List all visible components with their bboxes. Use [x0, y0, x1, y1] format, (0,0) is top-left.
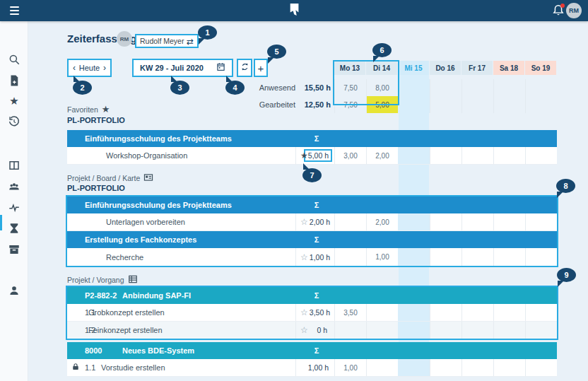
user-avatar[interactable]: RM: [566, 3, 582, 18]
day-cell[interactable]: 3,00: [334, 147, 366, 164]
day-cell[interactable]: [461, 147, 493, 164]
day-cell[interactable]: [493, 213, 525, 230]
task-label[interactable]: Workshop-Organisation: [67, 151, 187, 160]
add-task-button[interactable]: +: [254, 59, 268, 77]
task-label[interactable]: Unterlagen vorbereiten: [67, 218, 185, 226]
week-label: KW 29 - Juli 2020: [140, 64, 204, 72]
day-cell[interactable]: [430, 147, 461, 164]
refresh-button[interactable]: [237, 59, 252, 77]
day-cell[interactable]: [493, 147, 525, 164]
favorite-star-toggle-icon[interactable]: [300, 325, 308, 335]
day-cell[interactable]: [525, 322, 557, 339]
task-label[interactable]: Recherche: [67, 253, 143, 262]
day-cell[interactable]: 3,50: [334, 304, 366, 321]
day-cell[interactable]: [398, 147, 430, 164]
day-cell[interactable]: [525, 147, 557, 164]
breadcrumb[interactable]: Projekt / Vorgang: [67, 274, 138, 286]
day-cell[interactable]: [461, 213, 493, 230]
day-header-do[interactable]: Do 16: [430, 61, 461, 75]
sum-symbol: Σ: [299, 134, 334, 143]
board-group-highlighted: Einführungsschulung des Projektteams Σ U…: [66, 195, 558, 267]
day-cell[interactable]: [334, 248, 366, 266]
breadcrumb-text: Projekt / Board / Karte: [67, 174, 140, 182]
day-cell[interactable]: [398, 322, 430, 339]
next-week-button[interactable]: [103, 64, 106, 72]
group-title: Einführungsschulung des Projektteams: [67, 201, 299, 209]
gearbeitet-do: [430, 96, 461, 113]
day-header-sa[interactable]: Sa 18: [493, 61, 524, 75]
history-icon[interactable]: [8, 115, 20, 128]
team-icon[interactable]: [8, 180, 20, 193]
day-header-so[interactable]: So 19: [525, 61, 556, 75]
day-header-mo[interactable]: Mo 13: [334, 61, 365, 75]
day-cell[interactable]: [398, 304, 430, 321]
notifications-bell-icon[interactable]: [551, 3, 566, 18]
group-header-row[interactable]: 8000 Neues BDE-System Σ: [67, 342, 557, 359]
day-cell[interactable]: 1,00: [366, 248, 398, 266]
breadcrumb[interactable]: Projekt / Board / Karte: [67, 172, 153, 184]
day-cell[interactable]: [461, 322, 493, 339]
group-header-row[interactable]: Einführungsschulung des Projektteams Σ: [67, 130, 557, 147]
favorite-star-toggle-icon[interactable]: [300, 217, 308, 227]
group-header-row[interactable]: Erstellung des Fachkonzeptes Σ: [67, 231, 557, 248]
day-cell[interactable]: [461, 359, 493, 376]
switch-user-icon[interactable]: [187, 35, 194, 47]
user-switcher[interactable]: Rudolf Meyer: [135, 34, 199, 48]
favorite-star-toggle-icon[interactable]: [300, 252, 308, 262]
day-cell[interactable]: 1,00: [334, 359, 366, 376]
note-add-icon[interactable]: [8, 74, 20, 87]
activity-icon[interactable]: [8, 201, 20, 214]
day-cell[interactable]: [493, 359, 525, 376]
prev-week-button[interactable]: [73, 64, 76, 72]
day-cell[interactable]: [493, 304, 525, 321]
day-cell[interactable]: [398, 359, 430, 376]
summary-row-gearbeitet: Gearbeitet 12,50 h 7,50 5,00: [240, 96, 557, 113]
day-header-fr[interactable]: Fr 17: [461, 61, 493, 75]
day-cell[interactable]: [334, 213, 366, 230]
day-cell[interactable]: [525, 304, 557, 321]
board-icon[interactable]: [8, 159, 20, 172]
day-cell[interactable]: [430, 304, 461, 321]
day-cell[interactable]: [525, 213, 557, 230]
week-picker[interactable]: KW 29 - Juli 2020: [132, 59, 233, 77]
day-cell[interactable]: [334, 322, 366, 339]
day-cell[interactable]: [366, 359, 398, 376]
anwesend-do: [430, 79, 461, 96]
task-label[interactable]: Grobkonzept erstellen: [85, 308, 165, 317]
callout-9: 9: [557, 268, 576, 282]
day-cell[interactable]: [493, 322, 525, 339]
day-cell[interactable]: [430, 248, 461, 266]
day-header-mi-today[interactable]: Mi 15: [398, 61, 429, 75]
hamburger-menu-icon[interactable]: [10, 6, 19, 15]
day-cell[interactable]: [525, 359, 557, 376]
person-icon[interactable]: [8, 284, 20, 297]
day-cell[interactable]: [493, 248, 525, 266]
task-label[interactable]: Vorstudie erstellen: [98, 363, 165, 372]
day-cell[interactable]: [366, 304, 398, 321]
group-header-row[interactable]: Einführungsschulung des Projektteams Σ: [67, 197, 557, 213]
today-button[interactable]: Heute: [79, 64, 100, 72]
favorite-star-toggle-icon[interactable]: [300, 151, 308, 160]
day-cell[interactable]: [430, 359, 461, 376]
day-cell[interactable]: [525, 248, 557, 266]
day-cell[interactable]: 2,00: [366, 147, 398, 164]
calendar-icon[interactable]: [216, 61, 225, 74]
day-cell[interactable]: [398, 213, 430, 230]
favorites-star-icon[interactable]: ★: [8, 95, 20, 107]
day-cell[interactable]: 2,00: [366, 213, 398, 230]
favorite-star-toggle-icon[interactable]: [300, 307, 308, 317]
group-header-row[interactable]: P2-882-2 Anbindung SAP-FI Σ: [67, 287, 557, 304]
search-icon[interactable]: [8, 53, 20, 66]
task-label[interactable]: Feinkonzept erstellen: [85, 326, 163, 334]
day-cell[interactable]: [398, 248, 430, 266]
day-cell[interactable]: [430, 322, 461, 339]
gearbeitet-di-highlighted: 5,00: [366, 96, 398, 113]
archive-icon[interactable]: [8, 243, 20, 256]
day-cell[interactable]: [430, 213, 461, 230]
time-recording-hourglass-icon[interactable]: [8, 222, 20, 235]
day-cell[interactable]: [366, 322, 398, 339]
bde-table: 8000 Neues BDE-System Σ 1.1 Vorstudie er…: [67, 342, 557, 377]
day-cell[interactable]: [461, 248, 493, 266]
day-cell[interactable]: [461, 304, 493, 321]
day-header-di[interactable]: Di 14: [366, 61, 397, 75]
